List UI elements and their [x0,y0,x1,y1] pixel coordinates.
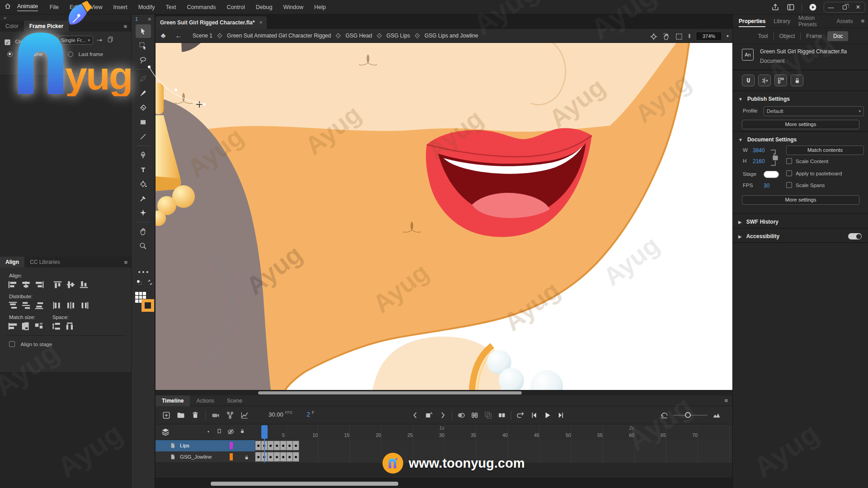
fill-color-swatch[interactable] [142,299,154,312]
menu-debug[interactable]: Debug [250,0,278,14]
match-contents-button[interactable]: Match contents [786,145,864,155]
keyframe-cell[interactable] [280,452,287,462]
trash-icon[interactable] [191,411,200,420]
profile-dropdown[interactable]: Default▾ [764,106,864,116]
accessibility-header[interactable]: ▶Accessibility [733,229,868,242]
more-tools-icon[interactable] [136,265,151,279]
frame-picker-grid[interactable] [0,75,131,261]
snap-magnet-icon[interactable] [742,75,755,86]
lock-icon[interactable] [791,75,803,86]
zoom-dropdown-icon[interactable]: ▾ [726,33,729,38]
menu-control[interactable]: Control [221,0,250,14]
onion-skin-icon[interactable] [457,411,466,420]
subtab-object[interactable]: Object [774,31,801,41]
keyframe-cell[interactable] [287,441,293,450]
eraser-tool-icon[interactable] [136,101,151,114]
dist-top-icon[interactable] [7,301,19,310]
close-button[interactable]: × [851,2,865,13]
lock-column-icon[interactable] [239,428,245,435]
dist-right-icon[interactable] [78,301,90,310]
reset-colors-icon[interactable] [136,279,142,286]
match-both-icon[interactable] [33,322,45,331]
align-middle-v-icon[interactable] [65,280,76,289]
scale-spans-checkbox[interactable] [786,182,792,188]
frame-ruler[interactable]: 5101520253035404550556065701s2s [255,424,732,440]
link-icon[interactable] [96,37,103,44]
highlight-column-icon[interactable] [205,428,212,435]
edit-scene-icon[interactable]: ♣ [158,32,168,40]
text-tool-icon[interactable]: T [136,163,151,176]
camera-icon[interactable] [211,411,220,420]
timeline-tab-scene[interactable]: Scene [221,395,249,406]
document-tab[interactable]: Green Suit Girl Rigged Character.fla* × [156,16,267,29]
outline-column-icon[interactable] [216,428,222,435]
create-keyframe-checkbox[interactable]: ✓ [5,39,10,45]
dist-bottom-icon[interactable] [33,301,45,310]
first-frame-radio[interactable] [7,52,13,57]
rotate-canvas-icon[interactable] [662,33,670,40]
timeline-zoom-slider[interactable] [673,411,708,420]
layer-color-chip[interactable] [230,453,233,460]
keyframe-cell[interactable] [268,452,274,462]
menu-text[interactable]: Text [160,0,182,14]
layer-name[interactable]: Lips [180,443,230,448]
match-width-icon[interactable] [7,322,19,331]
menu-insert[interactable]: Insert [108,0,132,14]
back-icon[interactable]: ← [174,32,184,40]
prev-keyframe-icon[interactable] [411,411,420,420]
onion-outline-icon[interactable] [470,411,479,420]
visibility-column-icon[interactable] [227,428,235,435]
publish-more-settings-button[interactable]: More settings [742,120,859,129]
timeline-horizontal-scrollbar[interactable] [156,478,732,488]
frame-rate-value[interactable]: 30.00 [269,411,283,418]
fit-frames-icon[interactable] [712,411,721,420]
panel-menu-icon[interactable]: ≡ [123,23,127,30]
loop-icon[interactable] [516,411,525,420]
breadcrumb-item[interactable]: GSG Lips [387,33,410,39]
breadcrumb-item[interactable]: GSG Head [345,33,372,39]
link-wh-icon[interactable] [769,148,779,167]
layer-color-chip[interactable] [230,442,233,449]
scrollbar-thumb[interactable] [258,391,522,394]
clip-content-icon[interactable] [675,33,683,40]
keyframe-cell[interactable] [293,441,299,450]
current-frame-value[interactable]: 2 [307,411,310,418]
share-icon[interactable] [771,3,780,12]
align-to-stage-checkbox[interactable] [9,341,15,347]
align-right-icon[interactable] [33,280,45,289]
keyframe-cell[interactable] [287,452,293,462]
add-frame-icon[interactable] [162,411,171,420]
panel-menu-icon[interactable]: ≡ [861,18,864,24]
tab-frame-picker[interactable]: Frame Picker [24,21,69,32]
fps-value[interactable]: 30 [764,183,769,189]
workspace-icon[interactable] [786,3,795,12]
menu-view[interactable]: View [85,0,108,14]
line-tool-icon[interactable] [136,130,151,143]
play-icon[interactable] [543,411,552,420]
zoom-tool-icon[interactable] [136,239,151,253]
subtab-frame[interactable]: Frame [801,31,827,41]
keyframe-cell[interactable] [268,441,274,450]
layers-icon[interactable] [161,427,170,436]
rectangle-tool-icon[interactable] [136,115,151,129]
scrollbar-thumb[interactable] [211,482,398,486]
keyframe-cell[interactable] [255,441,261,450]
stage-color-swatch[interactable] [764,171,779,178]
keyframe-cell[interactable] [255,452,261,462]
apply-to-pasteboard-checkbox[interactable] [786,170,792,176]
zoom-level-input[interactable]: 374% [696,32,722,41]
menu-file[interactable]: File [44,0,64,14]
keyframe-cell[interactable] [280,441,287,450]
close-document-icon[interactable]: × [259,19,262,26]
step-forward-icon[interactable] [557,411,566,420]
keyframe-cell[interactable] [274,452,280,462]
menu-help[interactable]: Help [309,0,331,14]
subtab-doc[interactable]: Doc [828,31,848,41]
document-settings-header[interactable]: ▼Document Settings [733,132,868,145]
minimize-button[interactable]: — [824,2,838,13]
subselection-tool-icon[interactable] [136,39,151,52]
reset-timeline-zoom-icon[interactable] [660,411,669,420]
dist-middle-icon[interactable] [20,301,32,310]
playhead[interactable] [261,425,268,439]
tab-cc-libraries[interactable]: CC Libraries [24,257,66,267]
